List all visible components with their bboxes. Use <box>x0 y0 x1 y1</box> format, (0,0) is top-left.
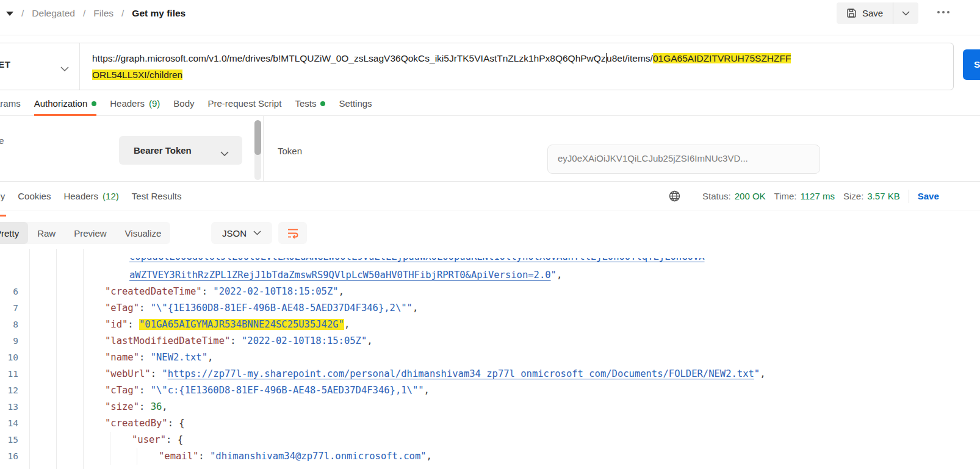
request-tabs: Params Authorization Headers (9) Body Pr… <box>0 91 980 116</box>
chevron-down-icon <box>902 11 910 16</box>
indent-guide <box>110 448 110 465</box>
tab-settings[interactable]: Settings <box>339 91 372 115</box>
json-token: "webUrl" <box>105 368 151 379</box>
chevron-down-icon <box>220 148 229 159</box>
more-options-icon <box>937 11 940 13</box>
view-tab-visualize[interactable]: Visualize <box>116 222 171 244</box>
json-token: 36 <box>151 401 162 412</box>
code-line: 7"eTag": "\"{1E1360D8-81EF-496B-AE48-5AE… <box>0 300 980 317</box>
token-value-field[interactable]: eyJ0eXAiOiJKV1QiLCJub25jZSI6ImNUc3VD... <box>547 145 820 174</box>
tab-prerequest-script[interactable]: Pre-request Script <box>208 91 282 115</box>
more-options-button[interactable] <box>934 7 953 17</box>
response-view-tabs: Pretty Raw Preview Visualize <box>0 222 170 244</box>
json-token: , <box>339 286 344 297</box>
tab-authorization[interactable]: Authorization <box>34 91 97 115</box>
auth-type-label: Type <box>0 135 4 146</box>
json-token: , <box>557 270 562 281</box>
clipped-accent-fragment <box>0 215 6 217</box>
scrollbar-thumb[interactable] <box>254 120 261 155</box>
breadcrumb-item-files[interactable]: Files <box>93 8 113 19</box>
json-token: "createdDateTime" <box>105 286 202 297</box>
view-tab-preview[interactable]: Preview <box>65 222 115 244</box>
json-token: "\"c:{1E1360D8-81EF-496B-AE48-5AED37D4F3… <box>151 385 424 396</box>
line-number: 9 <box>0 333 18 349</box>
size-indicator: Size:3.57 KB <box>843 191 900 201</box>
tab-headers[interactable]: Headers (9) <box>110 91 160 115</box>
save-icon <box>846 8 857 18</box>
line-number: 10 <box>0 349 18 366</box>
code-line: aWZTVEY3RithRzZPL1ZRejJ1bTdaZmswRS9QVlpL… <box>0 267 980 284</box>
json-token: , <box>424 385 430 396</box>
json-token: , <box>162 401 167 412</box>
json-token: "\"{1E1360D8-81EF-496B-AE48-5AED37D4F346… <box>151 303 413 313</box>
json-link[interactable]: c0pduGlL00Gd0lOlJlL00l0LVtLA0LuANGLW00tL… <box>129 258 705 262</box>
line-number: 13 <box>0 399 18 415</box>
save-options-chevron[interactable] <box>893 2 918 24</box>
caret-down-icon[interactable] <box>6 12 13 16</box>
json-link[interactable]: aWZTVEY3RithRzZPL1ZRejJ1bTdaZmswRS9QVlpL… <box>129 270 551 281</box>
json-token: "dhimanshivam34@zp77l.onmicrosoft.com" <box>210 451 427 462</box>
line-number: 11 <box>0 366 18 382</box>
token-label: Token <box>278 146 302 156</box>
json-token: "01GA65AIGYMAJR534BNNE24SC25U35J42G" <box>139 319 344 330</box>
json-token: "createdBy" <box>105 418 168 429</box>
response-headers-count: (12) <box>103 191 119 201</box>
save-response-link[interactable]: Save <box>918 191 939 201</box>
json-token: , <box>413 303 418 313</box>
tab-body[interactable]: Body <box>173 91 194 115</box>
method-dropdown[interactable]: GET <box>0 43 80 90</box>
request-url-bar: GET https://graph.microsoft.com/v1.0/me/… <box>0 43 954 90</box>
chevron-down-icon <box>253 231 261 235</box>
json-token: : <box>139 401 151 412</box>
json-token: : <box>230 335 242 346</box>
breadcrumb-item-delegated[interactable]: Delegated <box>32 8 75 19</box>
authorization-panel: Type Bearer Token Token eyJ0eXAiOiJKV1Qi… <box>0 116 980 182</box>
save-button-label: Save <box>862 8 883 18</box>
time-value: 1127 ms <box>801 191 835 201</box>
tab-params[interactable]: Params <box>0 91 21 115</box>
globe-icon[interactable] <box>669 190 680 202</box>
json-token: " <box>162 368 167 379</box>
format-dropdown[interactable]: JSON <box>211 222 272 244</box>
auth-scrollbar[interactable] <box>254 120 261 180</box>
panel-divider <box>263 116 264 181</box>
breadcrumb: / Delegated / Files / Get my files <box>6 8 186 19</box>
response-tab-cookies[interactable]: Cookies <box>18 182 51 210</box>
json-token: , <box>367 335 372 346</box>
code-line: 16"email": "dhimanshivam34@zp77l.onmicro… <box>0 448 980 465</box>
view-tab-raw[interactable]: Raw <box>28 222 65 244</box>
method-label: GET <box>0 59 10 70</box>
json-token: : { <box>166 434 183 445</box>
response-meta-bar: Body Cookies Headers (12) Test Results S… <box>0 182 980 210</box>
json-token: "name" <box>105 352 139 363</box>
json-token: : <box>151 368 162 379</box>
code-line: 6"createdDateTime": "2022-02-10T18:15:05… <box>0 284 980 300</box>
code-line: 14"createdBy": { <box>0 415 980 432</box>
line-number: 15 <box>0 432 18 448</box>
tab-tests[interactable]: Tests <box>295 91 325 115</box>
line-number: 7 <box>0 300 18 317</box>
json-token: "lastModifiedDateTime" <box>105 335 230 346</box>
wrap-text-button[interactable] <box>278 222 307 244</box>
url-input[interactable]: https://graph.microsoft.com/v1.0/me/driv… <box>80 43 953 90</box>
json-token: : <box>198 451 210 462</box>
view-tab-pretty[interactable]: Pretty <box>0 222 28 244</box>
json-link[interactable]: https://zp77l-my.sharepoint.com/personal… <box>168 368 754 379</box>
response-tab-test-results[interactable]: Test Results <box>132 182 182 210</box>
json-token: : { <box>168 418 185 429</box>
send-button[interactable]: Send <box>963 49 980 80</box>
url-highlighted-item-id: 01GA65AIDZITVRUH75SZHZFF <box>653 53 791 63</box>
code-scroll-area[interactable]: c0pduGlL00Gd0lOlJlL00l0LVtLA0LuANGLW00tL… <box>0 258 980 469</box>
code-line: 15"user": { <box>0 432 980 448</box>
json-token: "email" <box>159 451 198 462</box>
json-token: "2022-02-10T18:15:05Z" <box>213 286 338 297</box>
response-tab-headers[interactable]: Headers (12) <box>63 182 118 210</box>
save-button[interactable]: Save <box>837 2 893 24</box>
response-tab-body[interactable]: Body <box>0 182 5 210</box>
breadcrumb-separator: / <box>21 8 24 19</box>
header-bar: / Delegated / Files / Get my files Save <box>0 0 980 35</box>
auth-type-dropdown[interactable]: Bearer Token <box>119 136 242 165</box>
json-token: : <box>139 352 151 363</box>
line-number: 6 <box>0 284 18 300</box>
green-dot-icon <box>92 101 96 106</box>
